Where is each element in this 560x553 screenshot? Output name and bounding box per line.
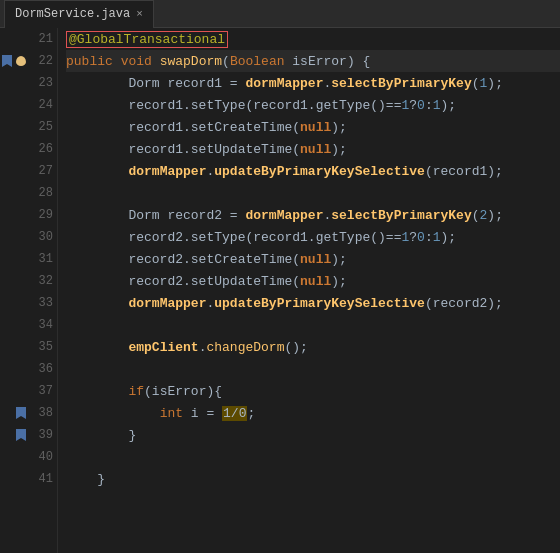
bookmark-icon [1, 55, 13, 67]
line-number: 22 [31, 54, 53, 68]
plain-token: (isError){ [144, 384, 222, 399]
bold-method-token: dormMapper [128, 296, 206, 311]
line-number: 27 [31, 164, 53, 178]
plain-token: } [66, 472, 105, 487]
gutter-row: 24 [0, 94, 57, 116]
bold-method-token: selectByPrimaryKey [331, 76, 471, 91]
code-line: } [66, 424, 560, 446]
method-token: swapDorm [160, 54, 222, 69]
line-number: 24 [31, 98, 53, 112]
plain-token [113, 54, 121, 69]
line-number: 25 [31, 120, 53, 134]
gutter-row: 37 [0, 380, 57, 402]
num-token: 1 [401, 230, 409, 245]
plain-token: } [66, 428, 136, 443]
plain-token: ( [222, 54, 230, 69]
gutter-row: 33 [0, 292, 57, 314]
plain-token: ( [472, 76, 480, 91]
line-number: 32 [31, 274, 53, 288]
plain-token: ); [441, 230, 457, 245]
code-line: Dorm record1 = dormMapper.selectByPrimar… [66, 72, 560, 94]
code-line: empClient.changeDorm(); [66, 336, 560, 358]
kw-token: Boolean [230, 54, 285, 69]
gutter-row: 23 [0, 72, 57, 94]
gutter-row: 41 [0, 468, 57, 490]
plain-token: Dorm record1 = [66, 76, 245, 91]
plain-token: record1.setUpdateTime( [66, 142, 300, 157]
tab-filename: DormService.java [15, 7, 130, 21]
line-number: 41 [31, 472, 53, 486]
plain-token: record1.setType(record1.getType()== [66, 98, 401, 113]
plain-token: (record2); [425, 296, 503, 311]
code-line [66, 446, 560, 468]
plain-token: record1.setCreateTime( [66, 120, 300, 135]
code-line: int i = 1/0; [66, 402, 560, 424]
code-line: record1.setCreateTime(null); [66, 116, 560, 138]
plain-token: : [425, 98, 433, 113]
num-token: 1 [433, 230, 441, 245]
line-number: 39 [31, 428, 53, 442]
plain-token: ); [441, 98, 457, 113]
plain-token: (); [284, 340, 307, 355]
null-kw-token: null [300, 252, 331, 267]
plain-token [66, 384, 128, 399]
code-line: record1.setType(record1.getType()==1?0:1… [66, 94, 560, 116]
line-number: 31 [31, 252, 53, 266]
gutter-row: 30 [0, 226, 57, 248]
line-number: 35 [31, 340, 53, 354]
kw-token: public [66, 54, 113, 69]
plain-token: (record1); [425, 164, 503, 179]
bold-method-token: selectByPrimaryKey [331, 208, 471, 223]
gutter-row: 32 [0, 270, 57, 292]
code-line: Dorm record2 = dormMapper.selectByPrimar… [66, 204, 560, 226]
bookmark-icon [15, 407, 27, 419]
gutter-row: 21 [0, 28, 57, 50]
plain-token: ); [331, 274, 347, 289]
num-token: 0 [417, 230, 425, 245]
plain-token: ); [331, 120, 347, 135]
plain-token: record2.setType(record1.getType()== [66, 230, 401, 245]
tab-close-button[interactable]: × [136, 8, 143, 20]
null-kw-token: null [300, 120, 331, 135]
code-line: public void swapDorm(Boolean isError) { [66, 50, 560, 72]
plain-token [66, 406, 160, 421]
gutter-row: 26 [0, 138, 57, 160]
tab-bar: DormService.java × [0, 0, 560, 28]
editor-wrapper: 21@2223242526272829303132333435363738394… [0, 28, 560, 553]
line-number: 37 [31, 384, 53, 398]
editor: 21@2223242526272829303132333435363738394… [0, 28, 560, 553]
null-kw-token: null [300, 142, 331, 157]
line-number: 36 [31, 362, 53, 376]
line-number: 26 [31, 142, 53, 156]
line-number: 30 [31, 230, 53, 244]
num-token: 1 [480, 76, 488, 91]
code-line: record2.setType(record1.getType()==1?0:1… [66, 226, 560, 248]
plain-token: . [323, 208, 331, 223]
code-line: dormMapper.updateByPrimaryKeySelective(r… [66, 160, 560, 182]
file-tab[interactable]: DormService.java × [4, 0, 154, 28]
line-number: 40 [31, 450, 53, 464]
plain-token: Dorm record2 = [66, 208, 245, 223]
gutter-row: 40 [0, 446, 57, 468]
plain-token: . [206, 164, 214, 179]
code-line [66, 182, 560, 204]
plain-token: . [206, 296, 214, 311]
plain-token: ( [472, 208, 480, 223]
bold-method-token: dormMapper [245, 208, 323, 223]
num-token: 1 [401, 98, 409, 113]
bulb-icon [15, 55, 27, 67]
plain-token: . [323, 76, 331, 91]
code-line: dormMapper.updateByPrimaryKeySelective(r… [66, 292, 560, 314]
line-number: 21 [31, 32, 53, 46]
bold-method-token: dormMapper [128, 164, 206, 179]
highlight-token: 1/0 [222, 406, 247, 421]
line-number: 23 [31, 76, 53, 90]
line-number: 29 [31, 208, 53, 222]
plain-token: ? [409, 98, 417, 113]
plain-token: ; [247, 406, 255, 421]
kw-token: if [128, 384, 144, 399]
gutter-row: 36 [0, 358, 57, 380]
code-line: } [66, 468, 560, 490]
plain-token [66, 340, 128, 355]
gutter-row: 39 [0, 424, 57, 446]
